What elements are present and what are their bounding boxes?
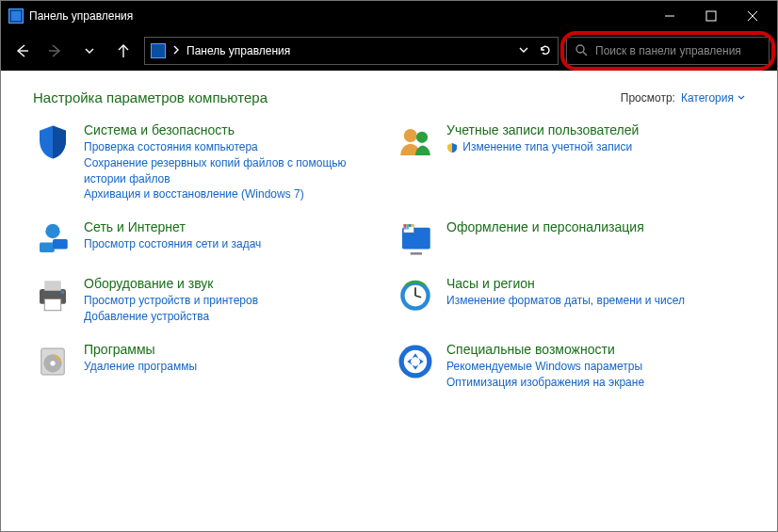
close-button[interactable]: [732, 1, 773, 31]
content-area: Настройка параметров компьютера Просмотр…: [1, 71, 777, 531]
svg-point-7: [576, 45, 584, 53]
category-hardware: Оборудование и звук Просмотр устройств и…: [33, 276, 382, 325]
control-panel-window: Панель управления: [0, 0, 778, 532]
recent-locations-dropdown[interactable]: [76, 38, 103, 64]
svg-rect-20: [404, 227, 407, 230]
chevron-down-icon: [737, 94, 745, 102]
printer-icon: [33, 276, 73, 315]
category-link[interactable]: Просмотр устройств и принтеров: [84, 293, 258, 309]
search-container: [566, 37, 770, 65]
category-link[interactable]: Изменение форматов даты, времени и чисел: [446, 293, 685, 309]
svg-rect-16: [404, 224, 407, 227]
svg-rect-25: [44, 299, 61, 311]
category-link[interactable]: Просмотр состояния сети и задач: [84, 236, 261, 252]
window-title: Панель управления: [29, 9, 649, 23]
svg-point-26: [61, 291, 65, 295]
address-path: Панель управления: [186, 44, 290, 57]
address-icon: [151, 43, 166, 58]
category-ease-of-access: Специальные возможности Рекомендуемые Wi…: [396, 342, 745, 391]
clock-globe-icon: [396, 276, 435, 315]
monitor-palette-icon: [396, 219, 435, 259]
svg-rect-18: [409, 224, 412, 227]
category-user-accounts: Учетные записи пользователей Изменение т…: [396, 122, 745, 202]
chevron-right-icon: [171, 44, 181, 57]
svg-point-33: [50, 361, 55, 365]
category-link[interactable]: Изменение типа учетной записи: [446, 139, 639, 155]
maximize-button[interactable]: [690, 1, 732, 31]
category-title[interactable]: Программы: [84, 342, 197, 357]
refresh-button[interactable]: [539, 43, 552, 59]
category-link[interactable]: Рекомендуемые Windows параметры: [446, 359, 644, 375]
category-title[interactable]: Система и безопасность: [84, 122, 382, 137]
svg-rect-19: [412, 224, 414, 227]
view-by-value: Категория: [681, 91, 734, 105]
view-by-label: Просмотр:: [621, 91, 675, 105]
svg-point-9: [404, 129, 417, 142]
category-system-security: Система и безопасность Проверка состояни…: [33, 122, 382, 202]
svg-rect-22: [411, 252, 422, 255]
category-link[interactable]: Архивация и восстановление (Windows 7): [84, 186, 382, 202]
minimize-button[interactable]: [649, 1, 690, 31]
heading-row: Настройка параметров компьютера Просмотр…: [33, 89, 745, 105]
category-title[interactable]: Оформление и персонализация: [446, 219, 644, 234]
svg-rect-21: [406, 227, 409, 230]
category-link[interactable]: Проверка состояния компьютера: [84, 139, 382, 155]
category-link[interactable]: Удаление программы: [84, 359, 197, 375]
address-dropdown-icon[interactable]: [518, 44, 529, 58]
svg-rect-24: [44, 281, 61, 291]
users-icon: [396, 122, 435, 162]
page-heading: Настройка параметров компьютера: [33, 89, 621, 105]
category-title[interactable]: Специальные возможности: [446, 342, 644, 357]
up-button[interactable]: [110, 38, 137, 64]
titlebar: Панель управления: [1, 1, 777, 31]
category-clock-region: Часы и регион Изменение форматов даты, в…: [396, 276, 745, 325]
window-controls: [649, 1, 773, 31]
disc-box-icon: [33, 342, 73, 381]
svg-rect-17: [406, 224, 409, 227]
category-link-label: Изменение типа учетной записи: [462, 140, 632, 153]
svg-line-8: [583, 52, 587, 56]
category-title[interactable]: Часы и регион: [446, 276, 685, 291]
category-link[interactable]: Добавление устройства: [84, 309, 258, 325]
network-icon: [33, 219, 73, 259]
category-title[interactable]: Сеть и Интернет: [84, 219, 261, 234]
svg-rect-12: [40, 243, 55, 253]
search-box[interactable]: [566, 37, 770, 65]
category-title[interactable]: Учетные записи пользователей: [446, 122, 639, 137]
accessibility-icon: [396, 342, 435, 381]
shield-icon: [33, 122, 73, 162]
categories-grid: Система и безопасность Проверка состояни…: [33, 122, 745, 390]
app-icon: [8, 8, 24, 24]
search-input[interactable]: [595, 44, 761, 57]
category-link[interactable]: Оптимизация изображения на экране: [446, 375, 644, 391]
category-appearance: Оформление и персонализация: [396, 219, 745, 259]
back-button[interactable]: [8, 38, 35, 64]
category-programs: Программы Удаление программы: [33, 342, 382, 391]
forward-button[interactable]: [42, 38, 69, 64]
view-by-dropdown[interactable]: Категория: [681, 91, 745, 105]
category-title[interactable]: Оборудование и звук: [84, 276, 258, 291]
uac-shield-icon: [446, 142, 458, 153]
address-bar[interactable]: Панель управления: [144, 37, 559, 65]
svg-rect-13: [53, 239, 68, 250]
category-link[interactable]: Сохранение резервных копий файлов с помо…: [84, 155, 382, 187]
navigation-bar: Панель управления: [1, 31, 777, 71]
search-icon: [575, 43, 588, 59]
svg-rect-1: [706, 11, 716, 21]
category-network: Сеть и Интернет Просмотр состояния сети …: [33, 219, 382, 259]
svg-point-10: [416, 132, 428, 143]
